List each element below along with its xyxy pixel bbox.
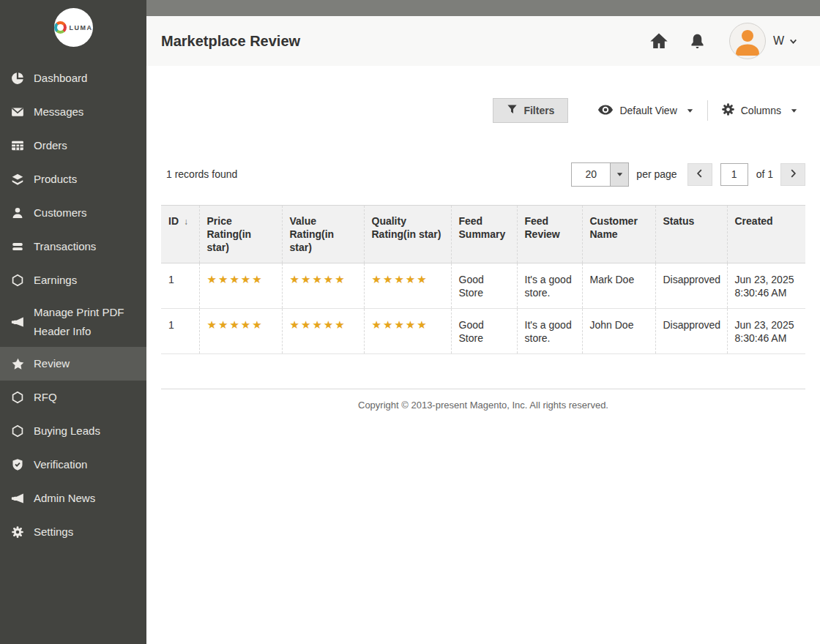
sidebar-item-rfq[interactable]: RFQ bbox=[0, 381, 146, 414]
previous-page-button[interactable] bbox=[687, 163, 712, 186]
bell-icon[interactable] bbox=[689, 33, 706, 50]
caret-down-icon bbox=[686, 107, 694, 115]
column-header-feed-summary[interactable]: Feed Summary bbox=[451, 206, 517, 263]
main-content: Filters Default View Columns bbox=[146, 98, 820, 411]
eye-icon bbox=[597, 102, 614, 120]
megaphone-icon bbox=[10, 315, 25, 329]
cell-price-rating: ★★★★★ bbox=[199, 309, 282, 354]
per-page-label: per page bbox=[636, 168, 676, 180]
grid-toolbar: Filters Default View Columns bbox=[161, 98, 805, 123]
sort-desc-icon: ↓ bbox=[184, 217, 188, 227]
luma-logo-ring-icon bbox=[54, 21, 67, 34]
column-header-price-rating[interactable]: Price Rating(in star) bbox=[199, 206, 282, 263]
cell-created: Jun 23, 2025 8:30:46 AM bbox=[727, 309, 805, 354]
hexagon-icon bbox=[10, 390, 25, 405]
cell-status: Disapproved bbox=[655, 263, 727, 309]
luma-logo-text: LUMA bbox=[70, 24, 93, 31]
page-title: Marketplace Review bbox=[161, 33, 300, 50]
star-rating-icon: ★★★★★ bbox=[207, 273, 264, 285]
sidebar-item-settings[interactable]: Settings bbox=[0, 515, 146, 549]
cell-price-rating: ★★★★★ bbox=[199, 263, 282, 309]
sidebar-menu: Dashboard Messages Orders Products Custo bbox=[0, 61, 146, 549]
sidebar-item-messages[interactable]: Messages bbox=[0, 95, 146, 129]
default-view-control[interactable]: Default View bbox=[597, 102, 693, 120]
page-number-input[interactable] bbox=[720, 163, 748, 186]
customers-icon bbox=[10, 206, 25, 220]
footer-divider bbox=[161, 389, 805, 389]
column-header-created[interactable]: Created bbox=[727, 206, 805, 263]
sidebar-item-manage-print-pdf[interactable]: Manage Print PDF Header Info bbox=[0, 297, 146, 347]
column-header-feed-review[interactable]: Feed Review bbox=[517, 206, 582, 263]
sidebar-item-customers[interactable]: Customers bbox=[0, 196, 146, 230]
star-icon bbox=[10, 356, 25, 371]
sidebar-item-products[interactable]: Products bbox=[0, 162, 146, 196]
table-row: 1 ★★★★★ ★★★★★ ★★★★★ Good Store It's a go… bbox=[161, 309, 805, 354]
cell-value-rating: ★★★★★ bbox=[282, 309, 364, 354]
sidebar-item-buying-leads[interactable]: Buying Leads bbox=[0, 414, 146, 448]
cell-created: Jun 23, 2025 8:30:46 AM bbox=[727, 263, 805, 309]
column-header-id[interactable]: ID↓ bbox=[161, 206, 199, 263]
column-header-customer-name[interactable]: Customer Name bbox=[582, 206, 655, 263]
orders-icon bbox=[10, 138, 25, 153]
records-row: 1 records found 20 per page of 1 bbox=[161, 161, 805, 187]
cell-id: 1 bbox=[161, 309, 199, 354]
gear-icon bbox=[721, 102, 735, 119]
home-icon[interactable] bbox=[649, 31, 668, 50]
chevron-left-icon bbox=[694, 168, 706, 181]
megaphone-icon bbox=[10, 491, 25, 506]
cell-customer-name: John Doe bbox=[582, 309, 655, 354]
toolbar-divider bbox=[707, 100, 708, 121]
table-header-row: ID↓ Price Rating(in star) Value Rating(i… bbox=[161, 206, 805, 263]
hexagon-icon bbox=[10, 273, 25, 288]
per-page-select[interactable]: 20 bbox=[571, 162, 629, 187]
cell-customer-name: Mark Doe bbox=[582, 263, 655, 309]
filters-button[interactable]: Filters bbox=[493, 98, 568, 123]
star-rating-icon: ★★★★★ bbox=[290, 273, 346, 285]
cell-feed-summary: Good Store bbox=[451, 309, 517, 354]
chevron-down-icon[interactable] bbox=[789, 37, 798, 46]
column-header-quality-rating[interactable]: Quality Rating(in star) bbox=[364, 206, 451, 263]
cell-id: 1 bbox=[161, 263, 199, 309]
sidebar-item-earnings[interactable]: Earnings bbox=[0, 263, 146, 297]
dashboard-icon bbox=[10, 71, 25, 86]
page-header: Marketplace Review W bbox=[146, 16, 820, 66]
sidebar: LUMA Dashboard Messages Orders Pr bbox=[0, 0, 146, 644]
caret-down-icon bbox=[790, 107, 798, 115]
products-icon bbox=[10, 172, 25, 187]
cell-quality-rating: ★★★★★ bbox=[364, 309, 451, 354]
caret-down-icon bbox=[610, 163, 628, 186]
page-of-label: of 1 bbox=[756, 168, 773, 180]
sidebar-item-dashboard[interactable]: Dashboard bbox=[0, 61, 146, 95]
chevron-right-icon bbox=[787, 168, 799, 181]
cell-feed-review: It's a good store. bbox=[517, 263, 582, 309]
table-row: 1 ★★★★★ ★★★★★ ★★★★★ Good Store It's a go… bbox=[161, 263, 805, 309]
cell-feed-summary: Good Store bbox=[451, 263, 517, 309]
funnel-icon bbox=[507, 104, 518, 117]
cell-feed-review: It's a good store. bbox=[517, 309, 582, 354]
sidebar-item-verification[interactable]: Verification bbox=[0, 448, 146, 482]
records-found-text: 1 records found bbox=[161, 168, 237, 180]
top-strip bbox=[146, 0, 820, 16]
user-initial: W bbox=[773, 34, 784, 48]
cell-value-rating: ★★★★★ bbox=[282, 263, 364, 309]
next-page-button[interactable] bbox=[780, 163, 805, 186]
sidebar-item-admin-news[interactable]: Admin News bbox=[0, 482, 146, 515]
pagination: 20 per page of 1 bbox=[571, 162, 805, 187]
columns-control[interactable]: Columns bbox=[721, 102, 798, 119]
star-rating-icon: ★★★★★ bbox=[372, 318, 428, 331]
sidebar-item-review[interactable]: Review bbox=[0, 347, 146, 381]
review-table: ID↓ Price Rating(in star) Value Rating(i… bbox=[161, 205, 805, 354]
shield-check-icon bbox=[10, 457, 25, 472]
sidebar-item-transactions[interactable]: Transactions bbox=[0, 230, 146, 263]
sidebar-item-orders[interactable]: Orders bbox=[0, 129, 146, 162]
column-header-status[interactable]: Status bbox=[655, 206, 727, 263]
star-rating-icon: ★★★★★ bbox=[290, 318, 346, 331]
copyright-text: Copyright © 2013-present Magento, Inc. A… bbox=[161, 400, 805, 411]
messages-icon bbox=[10, 105, 25, 119]
avatar[interactable] bbox=[729, 23, 766, 59]
column-header-value-rating[interactable]: Value Rating(in star) bbox=[282, 206, 364, 263]
transactions-icon bbox=[10, 239, 25, 254]
page: Marketplace Review W Filters bbox=[146, 0, 820, 644]
cell-status: Disapproved bbox=[655, 309, 727, 354]
luma-logo[interactable]: LUMA bbox=[54, 8, 93, 47]
